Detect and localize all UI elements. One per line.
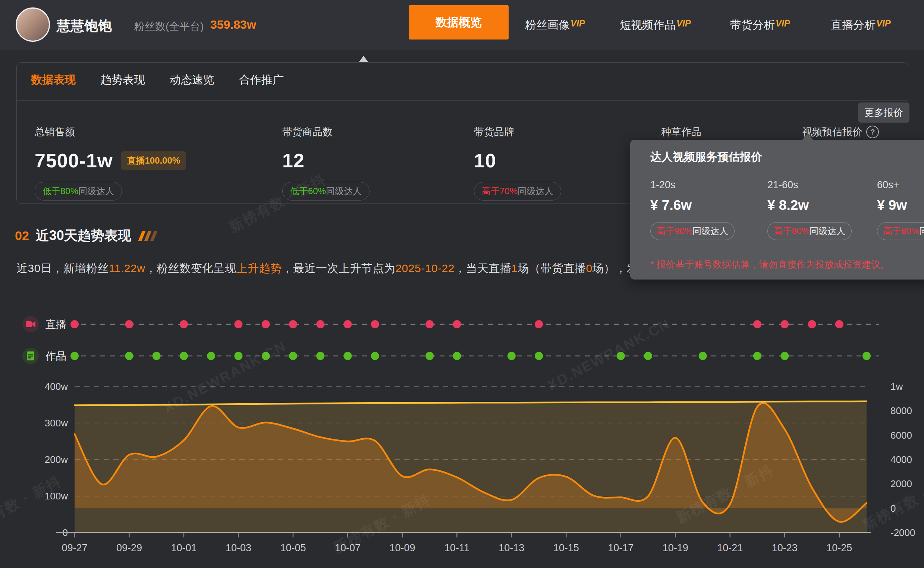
live-dot[interactable] [753, 320, 761, 328]
work-dot[interactable] [699, 352, 707, 360]
live-dot[interactable] [234, 320, 242, 328]
live-dot[interactable] [71, 320, 79, 328]
live-dot[interactable] [780, 320, 789, 328]
work-dot[interactable] [453, 352, 461, 360]
work-dot[interactable] [289, 352, 297, 360]
live-dot[interactable] [343, 320, 352, 328]
work-dot[interactable] [316, 352, 324, 360]
live-dot[interactable] [535, 320, 543, 328]
tooltip-title: 达人视频服务预估报价 [650, 150, 762, 165]
work-dot[interactable] [780, 352, 789, 360]
live-dot[interactable] [371, 320, 379, 328]
live-dot[interactable] [125, 320, 133, 328]
work-dot[interactable] [862, 352, 871, 360]
tooltip-arrow-icon [802, 133, 813, 140]
work-dot[interactable] [753, 352, 761, 360]
work-dot[interactable] [234, 352, 242, 360]
peer-compare-pill: 高于80%同级达人 [877, 222, 924, 240]
work-dot[interactable] [343, 352, 352, 360]
tooltip-divider [630, 172, 924, 172]
live-dot[interactable] [180, 320, 188, 328]
live-dot[interactable] [425, 320, 434, 328]
quote-col-1-20s: 1-20s ¥ 7.6w 高于90%同级达人 [650, 179, 762, 240]
work-dot[interactable] [425, 352, 434, 360]
live-dot[interactable] [453, 320, 461, 328]
work-dot[interactable] [71, 352, 79, 360]
live-dot[interactable] [835, 320, 844, 328]
work-dot[interactable] [617, 352, 625, 360]
live-dot[interactable] [808, 320, 816, 328]
video-quote-tooltip: 达人视频服务预估报价 1-20s ¥ 7.6w 高于90%同级达人 21-60s… [630, 140, 924, 279]
work-dot[interactable] [262, 352, 270, 360]
work-dot[interactable] [644, 352, 652, 360]
work-dot[interactable] [207, 352, 215, 360]
work-dot[interactable] [180, 352, 188, 360]
trend-chart[interactable] [0, 0, 924, 568]
work-dot[interactable] [508, 352, 516, 360]
live-dot[interactable] [289, 320, 297, 328]
tooltip-disclaimer: * 报价基于账号数据估算，请勿直接作为投放或投资建议。 [650, 258, 890, 270]
work-dot[interactable] [371, 352, 379, 360]
dashboard-page: 慧慧饱饱 粉丝数(全平台) 359.83w 数据概览 粉丝画像VIP 短视频作品… [0, 0, 924, 568]
work-dot[interactable] [535, 352, 543, 360]
work-dot[interactable] [125, 352, 133, 360]
quote-col-60s-plus: 60s+ ¥ 9w 高于80%同级达人 [877, 179, 924, 240]
quote-col-21-60s: 21-60s ¥ 8.2w 高于80%同级达人 [767, 179, 879, 240]
live-dot[interactable] [316, 320, 324, 328]
live-dot[interactable] [262, 320, 270, 328]
peer-compare-pill: 高于90%同级达人 [650, 222, 735, 240]
peer-compare-pill: 高于80%同级达人 [767, 222, 851, 240]
work-dot[interactable] [153, 352, 161, 360]
